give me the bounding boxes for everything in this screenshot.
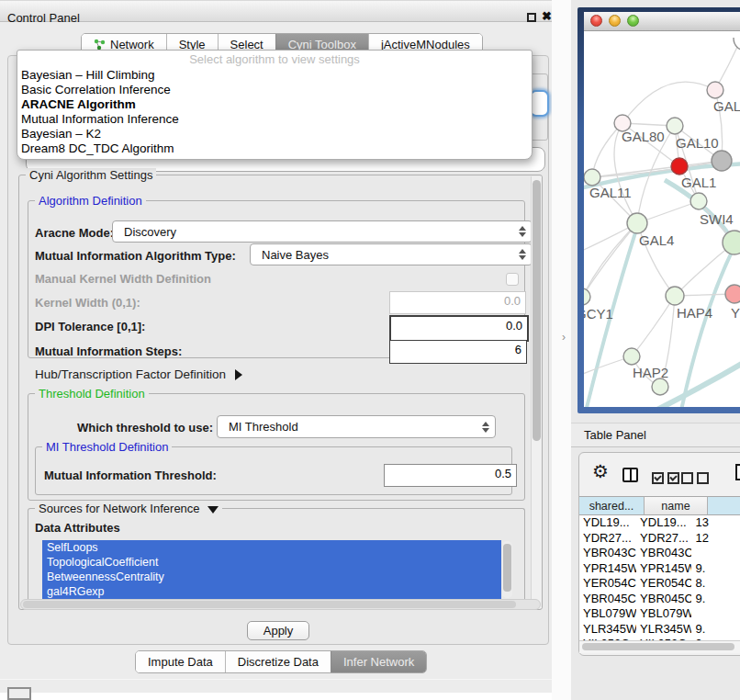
network-window-titlebar[interactable] (584, 12, 740, 31)
attributes-scrollbar-thumb[interactable] (503, 544, 511, 592)
table-cell: YDL19... (579, 515, 636, 531)
gear-icon[interactable]: ⚙ (592, 462, 609, 480)
settings-vertical-scrollbar-thumb[interactable] (533, 180, 541, 441)
aracne-mode-value: Discovery (124, 225, 176, 239)
zoom-traffic-light-icon[interactable] (627, 15, 639, 27)
attributes-scrollbar[interactable] (502, 541, 512, 598)
network-node[interactable] (623, 348, 640, 365)
node-label-hap2: HAP2 (633, 365, 668, 380)
table-horizontal-scrollbar-thumb[interactable] (582, 643, 734, 650)
hub-definition-expander[interactable]: Hub/Transcription Factor Definition (35, 367, 242, 381)
threshold-definition-title: Threshold Definition (35, 387, 149, 401)
network-node[interactable] (707, 82, 723, 98)
node-label-hap4: HAP4 (677, 305, 712, 321)
table-body: YDL19...YDL19...13YDR27...YDR27...12YBR0… (579, 515, 740, 640)
network-node[interactable] (723, 231, 740, 254)
mi-threshold-field[interactable]: 0.5 (384, 464, 517, 487)
dropdown-item-dream8-dc-tdc-algorithm[interactable]: Dream8 DC_TDC Algorithm (17, 141, 532, 156)
focused-button[interactable] (530, 90, 549, 117)
attribute-item-betweennesscentrality[interactable]: BetweennessCentrality (42, 570, 501, 584)
dpi-tolerance-field[interactable]: 0.0 (389, 315, 529, 342)
sources-group-title[interactable]: Sources for Network Inference (35, 502, 222, 515)
dropdown-item-aracne-algorithm[interactable]: ARACNE Algorithm (17, 97, 532, 112)
network-node[interactable] (671, 158, 688, 175)
table-row[interactable]: YDL19...YDL19...13 (579, 515, 740, 531)
network-node[interactable] (725, 285, 740, 303)
table-row[interactable]: YER054CYER054C8. (579, 576, 740, 592)
docked-window-icon[interactable] (7, 687, 31, 700)
split-pane-handle-icon[interactable]: › (562, 331, 566, 344)
tab-label: Infer Network (343, 655, 414, 669)
node-label-gal10: GAL10 (676, 135, 719, 151)
table-row[interactable]: YPR145WYPR145W9. (579, 561, 740, 577)
node-label-gal4: GAL4 (639, 232, 674, 248)
dropdown-item-bayesian-hill-climbing[interactable]: Bayesian – Hill Climbing (17, 68, 532, 83)
close-icon[interactable]: ✖ (542, 9, 552, 23)
table-cell: 9. (691, 561, 740, 577)
tab-discretize-data[interactable]: Discretize Data (225, 651, 331, 672)
column-header-shared[interactable]: shared... (579, 496, 645, 515)
column-selector-icon[interactable] (622, 468, 638, 482)
stepper-arrows-icon (519, 226, 526, 237)
mi-steps-field[interactable]: 6 (389, 340, 527, 364)
dropdown-item-basic-correlation-inference[interactable]: Basic Correlation Inference (17, 83, 532, 97)
apply-button[interactable]: Apply (247, 621, 309, 640)
kernel-width-field[interactable]: 0.0 (389, 291, 526, 314)
network-node[interactable] (666, 287, 684, 305)
table-row[interactable]: YBR045CYBR045C9. (579, 592, 740, 607)
attribute-item-selfloops[interactable]: SelfLoops (42, 540, 501, 555)
minimize-traffic-light-icon[interactable] (609, 15, 621, 27)
table-row[interactable]: YBL079WYBL079W (579, 606, 740, 622)
table-cell: YER054C (636, 576, 691, 592)
network-edge[interactable] (584, 223, 637, 297)
table-cell: YER054C (579, 576, 636, 592)
table-row[interactable]: YDR27...YDR27...12 (579, 531, 740, 547)
application-window: Control Panel ✖ NetworkStyleSelectCyni T… (0, 0, 740, 700)
aracne-mode-select[interactable]: Discovery (112, 220, 533, 243)
network-node[interactable] (667, 118, 683, 134)
mi-threshold-label: Mutual Information Threshold: (44, 469, 217, 482)
manual-kernel-checkbox[interactable] (506, 273, 519, 286)
network-node[interactable] (627, 213, 647, 233)
stepper-arrows-icon (519, 249, 526, 260)
dropdown-item-mutual-information-inference[interactable]: Mutual Information Inference (17, 112, 532, 127)
select-all-icon[interactable] (652, 471, 683, 488)
attribute-item-topologicalcoefficient[interactable]: TopologicalCoefficient (42, 555, 501, 570)
network-node[interactable] (584, 169, 600, 186)
data-attributes-list[interactable]: SelfLoopsTopologicalCoefficientBetweenne… (42, 540, 501, 599)
table-cell: YPR145W (636, 561, 691, 577)
column-header-2[interactable] (708, 496, 740, 515)
attribute-item-gal4rgexp[interactable]: gal4RGexp (42, 584, 501, 599)
table-row[interactable]: YBR043CYBR043C (579, 546, 740, 561)
network-edge[interactable] (622, 82, 715, 123)
table-cell: YBR045C (579, 592, 636, 607)
column-header-name[interactable]: name (645, 496, 708, 515)
table-cell: 8. (691, 576, 740, 592)
algorithm-dropdown-popup: Select algorithm to view settings Bayesi… (17, 50, 533, 160)
network-edge[interactable] (632, 296, 675, 356)
which-threshold-value: MI Threshold (229, 420, 298, 434)
dropdown-item-bayesian-k2[interactable]: Bayesian – K2 (17, 127, 532, 141)
which-threshold-select[interactable]: MI Threshold (217, 415, 496, 438)
panel-divider (0, 679, 552, 680)
new-table-icon[interactable] (735, 464, 740, 480)
mi-type-value: Naive Bayes (262, 248, 329, 262)
deselect-all-icon[interactable] (681, 471, 712, 488)
expand-right-icon (235, 369, 242, 380)
mi-steps-label: Mutual Information Steps: (35, 344, 182, 358)
aracne-mode-label: Aracne Mode: (35, 226, 114, 240)
network-node[interactable] (712, 151, 732, 171)
algorithm-definition-title: Algorithm Definition (35, 194, 146, 208)
split-pane-divider[interactable] (552, 0, 571, 700)
network-node[interactable] (584, 288, 590, 305)
float-window-icon[interactable] (527, 13, 536, 22)
tab-infer-network[interactable]: Infer Network (331, 651, 426, 672)
close-traffic-light-icon[interactable] (590, 15, 602, 27)
tab-impute-data[interactable]: Impute Data (136, 651, 225, 672)
mi-type-select[interactable]: Naive Bayes (250, 243, 533, 265)
network-node[interactable] (690, 193, 707, 209)
settings-horizontal-scrollbar-thumb[interactable] (23, 601, 516, 608)
network-node[interactable] (652, 378, 668, 395)
table-panel-title: Table Panel (584, 428, 646, 442)
table-row[interactable]: YLR345WYLR345W9. (579, 622, 740, 638)
